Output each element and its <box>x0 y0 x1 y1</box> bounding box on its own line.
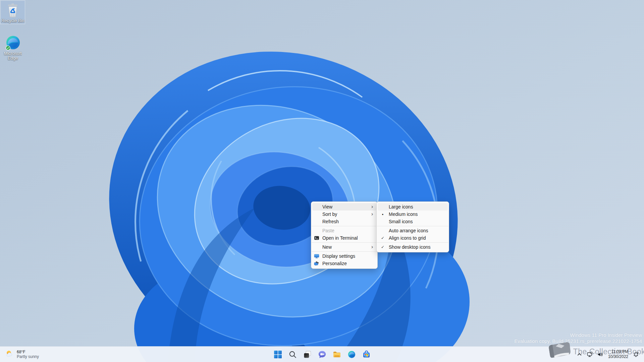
menu-item-medium-icons[interactable]: ●Medium icons <box>378 210 448 218</box>
menu-item-small-icons[interactable]: Small icons <box>378 218 448 225</box>
menu-item-label: Show desktop icons <box>389 244 431 250</box>
menu-item-label: Personalize <box>322 261 347 266</box>
tray-time: 11:03 PM <box>608 349 628 354</box>
desktop-icon-recycle-bin[interactable]: Recycle Bin <box>1 1 25 24</box>
menu-item-refresh[interactable]: Refresh <box>312 218 376 225</box>
file-explorer-button[interactable] <box>330 348 343 361</box>
menu-item-display-settings[interactable]: Display settings <box>312 252 376 260</box>
terminal-icon <box>314 235 319 241</box>
chat-button[interactable] <box>315 348 329 361</box>
tray-clock[interactable]: 11:03 PM 10/30/2022 <box>605 349 631 359</box>
evaluation-watermark: Windows 11 Pro Insider Preview Evaluatio… <box>514 332 642 344</box>
menu-item-label: Paste <box>322 228 334 233</box>
menu-item-label: Refresh <box>322 219 339 224</box>
task-view-icon <box>303 350 312 359</box>
menu-item-label: Sort by <box>322 212 337 217</box>
checkmark-icon: ✓ <box>380 236 386 240</box>
menu-item-personalize[interactable]: Personalize <box>312 260 376 267</box>
menu-item-label: Align icons to grid <box>389 235 426 241</box>
radio-bullet-icon: ● <box>380 213 386 216</box>
taskbar-center-icons <box>271 348 373 361</box>
volume-button[interactable] <box>595 348 605 361</box>
chevron-right-icon: › <box>371 204 373 209</box>
store-icon <box>362 350 371 359</box>
personalize-icon <box>314 261 319 266</box>
network-button[interactable] <box>585 348 595 361</box>
menu-separator <box>377 226 448 226</box>
desktop-context-menu: View›Sort by›RefreshPasteOpen in Termina… <box>311 201 378 269</box>
menu-separator <box>312 226 377 226</box>
chevron-right-icon: › <box>371 212 373 217</box>
tray-overflow-button[interactable] <box>574 348 585 361</box>
start-button[interactable] <box>271 348 284 361</box>
desktop-icon-label: Recycle Bin <box>1 18 25 23</box>
menu-item-paste: Paste <box>312 227 376 234</box>
chevron-up-icon <box>577 352 582 357</box>
bell-dnd-icon <box>633 352 639 357</box>
chevron-right-icon: › <box>371 244 373 250</box>
evaluation-watermark-line1: Windows 11 Pro Insider Preview <box>514 332 642 338</box>
menu-item-show-desktop-icons[interactable]: ✓Show desktop icons <box>378 243 448 251</box>
menu-item-new[interactable]: New› <box>312 243 376 251</box>
menu-item-label: Open in Terminal <box>322 235 358 241</box>
file-explorer-icon <box>333 350 341 359</box>
menu-item-large-icons[interactable]: Large icons <box>378 203 448 210</box>
edge-desktop-icon <box>5 35 21 51</box>
menu-item-label: View <box>322 204 332 209</box>
view-submenu: Large icons●Medium iconsSmall iconsAuto … <box>376 201 449 252</box>
menu-item-label: Medium icons <box>389 212 418 217</box>
chat-icon <box>318 350 326 359</box>
menu-item-auto-arrange-icons[interactable]: Auto arrange icons <box>378 227 448 234</box>
desktop-wallpaper <box>0 0 644 362</box>
store-button[interactable] <box>360 348 373 361</box>
weather-condition: Partly sunny <box>17 354 39 359</box>
edge-button[interactable] <box>345 348 358 361</box>
display-settings-icon <box>314 253 319 259</box>
checkmark-icon: ✓ <box>380 245 386 249</box>
weather-temperature: 68°F <box>17 350 39 354</box>
search-button[interactable] <box>286 348 299 361</box>
tray-date: 10/30/2022 <box>608 354 628 359</box>
menu-item-label: Auto arrange icons <box>389 228 428 233</box>
menu-item-align-icons-to-grid[interactable]: ✓Align icons to grid <box>378 234 448 242</box>
menu-separator <box>377 242 448 243</box>
system-tray: 11:03 PM 10/30/2022 <box>574 348 641 361</box>
widgets-weather-button[interactable]: 68°F Partly sunny <box>1 348 43 361</box>
notifications-button[interactable] <box>631 348 641 361</box>
start-icon <box>274 350 282 359</box>
partly-sunny-icon <box>5 350 14 359</box>
evaluation-watermark-line2: Evaluation copy. Build 25231.rs_prerelea… <box>514 338 642 344</box>
menu-separator <box>312 251 377 252</box>
recycle-bin-icon <box>5 2 21 18</box>
desktop-icon-label: MicrosoftEdge <box>1 51 25 61</box>
menu-item-label: Display settings <box>322 253 355 259</box>
network-icon <box>587 352 593 357</box>
menu-item-label: Small icons <box>389 219 413 224</box>
menu-item-view[interactable]: View› <box>312 203 376 210</box>
menu-item-label: Large icons <box>389 204 413 209</box>
menu-item-open-in-terminal[interactable]: Open in Terminal <box>312 234 376 242</box>
menu-item-sort-by[interactable]: Sort by› <box>312 210 376 218</box>
search-icon <box>288 350 297 359</box>
menu-item-label: New <box>322 244 332 250</box>
edge-icon <box>347 350 356 359</box>
taskbar: 68°F Partly sunny 11:03 PM 10/30/2022 <box>0 346 644 362</box>
menu-separator <box>312 242 377 243</box>
volume-icon <box>597 352 603 357</box>
task-view-button[interactable] <box>301 348 314 361</box>
desktop-icon-microsoft-edge[interactable]: MicrosoftEdge <box>1 34 25 61</box>
